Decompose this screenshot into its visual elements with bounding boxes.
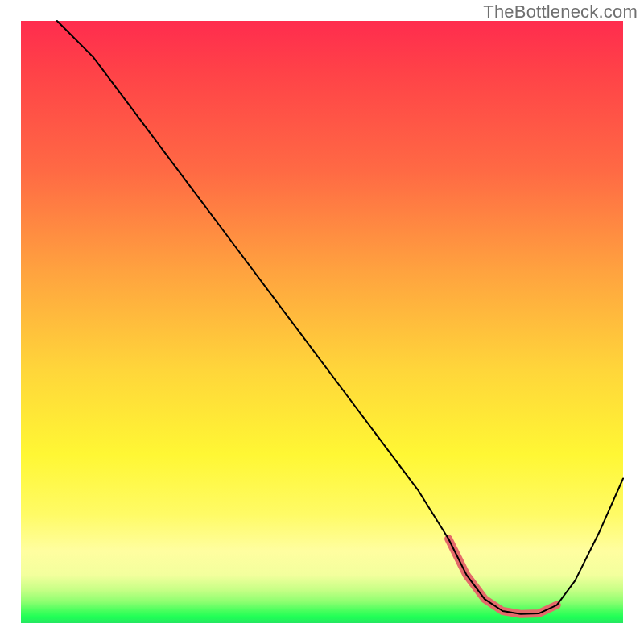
highlight-min-path xyxy=(448,539,557,614)
curve-group xyxy=(57,21,623,614)
highlight-segment xyxy=(448,539,557,614)
curve-path xyxy=(57,21,623,614)
chart-canvas: TheBottleneck.com xyxy=(0,0,644,644)
watermark-text: TheBottleneck.com xyxy=(483,2,638,23)
plot-area xyxy=(21,21,623,623)
chart-overlay xyxy=(21,21,623,623)
